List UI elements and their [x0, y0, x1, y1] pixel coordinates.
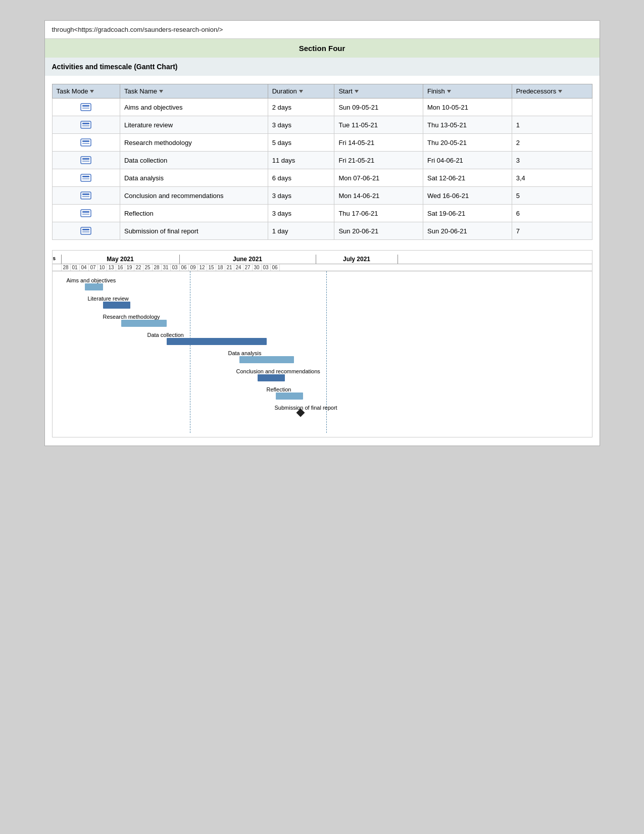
task-mode-cell: [52, 169, 120, 187]
task-name-cell: Aims and objectives: [120, 99, 268, 116]
task-pred-cell: 1: [512, 116, 592, 134]
table-row: Research methodology5 daysFri 14-05-21Th…: [52, 134, 592, 152]
task-name-cell: Data analysis: [120, 169, 268, 187]
gantt-task-label: Submission of final report: [275, 405, 337, 411]
table-row: Data collection11 daysFri 21-05-21Fri 04…: [52, 152, 592, 169]
task-start-cell: Mon 14-06-21: [334, 187, 423, 205]
sort-arrow-mode: [90, 90, 94, 93]
svg-rect-12: [81, 174, 91, 181]
table-row: Literature review3 daysTue 11-05-21Thu 1…: [52, 116, 592, 134]
th-predecessors[interactable]: Predecessors: [512, 84, 592, 99]
gantt-bar-row: Reflection: [53, 385, 592, 404]
section-header: Section Four: [45, 39, 600, 58]
task-pred-cell: [512, 99, 592, 116]
task-duration-cell: 5 days: [268, 134, 334, 152]
th-duration[interactable]: Duration: [268, 84, 334, 99]
th-task-mode[interactable]: Task Mode: [52, 84, 120, 99]
task-mode-cell: [52, 134, 120, 152]
task-finish-cell: Wed 16-06-21: [423, 187, 512, 205]
sort-arrow-pred: [558, 90, 562, 93]
gantt-day-label: 06: [180, 264, 189, 271]
task-finish-cell: Thu 13-05-21: [423, 116, 512, 134]
gantt-day-label: 03: [171, 264, 180, 271]
gantt-day-label: 01: [71, 264, 80, 271]
task-pred-cell: 3: [512, 152, 592, 169]
table-row: Conclusion and recommendations3 daysMon …: [52, 187, 592, 205]
task-mode-cell: [52, 205, 120, 222]
task-duration-cell: 6 days: [268, 169, 334, 187]
gantt-month-june: June 2021: [180, 255, 316, 264]
gantt-day-label: 15: [207, 264, 216, 271]
task-duration-cell: 2 days: [268, 99, 334, 116]
svg-rect-4: [82, 123, 89, 124]
gantt-table: Task Mode Task Name Duration: [52, 84, 592, 240]
gantt-bars-area: Aims and objectivesLiterature reviewRese…: [53, 271, 592, 433]
gantt-day-label: 12: [198, 264, 207, 271]
gantt-bar: [239, 356, 294, 363]
gantt-month-july: July 2021: [316, 255, 398, 264]
gantt-day-label: 13: [107, 264, 116, 271]
task-finish-cell: Sat 19-06-21: [423, 205, 512, 222]
gantt-task-label: Aims and objectives: [67, 277, 116, 283]
gantt-task-label: Data analysis: [228, 350, 262, 356]
svg-rect-3: [81, 121, 91, 128]
task-mode-icon: [57, 226, 116, 235]
task-finish-cell: Sat 12-06-21: [423, 169, 512, 187]
task-mode-cell: [52, 187, 120, 205]
gantt-bar: [121, 320, 167, 327]
page: through<https://gradcoach.com/saunders-r…: [44, 20, 600, 446]
gantt-day-label: 09: [189, 264, 198, 271]
task-mode-icon: [57, 173, 116, 182]
th-finish[interactable]: Finish: [423, 84, 512, 99]
gantt-bar: [258, 374, 285, 381]
svg-rect-13: [82, 176, 89, 177]
svg-rect-6: [81, 139, 91, 146]
task-mode-cell: [52, 222, 120, 240]
task-start-cell: Fri 14-05-21: [334, 134, 423, 152]
task-name-cell: Literature review: [120, 116, 268, 134]
task-duration-cell: 3 days: [268, 116, 334, 134]
gantt-bar-row: Research methodology: [53, 313, 592, 331]
task-finish-cell: Sun 20-06-21: [423, 222, 512, 240]
gantt-task-label: Literature review: [88, 296, 129, 302]
task-mode-cell: [52, 152, 120, 169]
task-mode-icon: [57, 138, 116, 147]
content-area: Task Mode Task Name Duration: [45, 76, 600, 446]
gantt-day-label: 04: [80, 264, 89, 271]
task-duration-cell: 3 days: [268, 205, 334, 222]
task-mode-icon: [57, 209, 116, 218]
task-start-cell: Sun 20-06-21: [334, 222, 423, 240]
task-duration-cell: 1 day: [268, 222, 334, 240]
task-mode-cell: [52, 99, 120, 116]
task-name-cell: Conclusion and recommendations: [120, 187, 268, 205]
task-start-cell: Tue 11-05-21: [334, 116, 423, 134]
svg-rect-22: [82, 229, 89, 230]
gantt-day-label: 30: [253, 264, 262, 271]
task-pred-cell: 7: [512, 222, 592, 240]
gantt-day-label: 21: [225, 264, 234, 271]
gantt-task-label: Reflection: [267, 386, 291, 393]
gantt-day-label: 06: [271, 264, 280, 271]
sort-arrow-name: [159, 90, 163, 93]
task-pred-cell: 2: [512, 134, 592, 152]
gantt-month-may: May 2021: [62, 255, 180, 264]
task-duration-cell: 3 days: [268, 187, 334, 205]
sort-arrow-finish: [447, 90, 451, 93]
gantt-bar-row: Literature review: [53, 295, 592, 313]
table-row: Submission of final report1 daySun 20-06…: [52, 222, 592, 240]
gantt-day-label: 22: [134, 264, 143, 271]
th-start[interactable]: Start: [334, 84, 423, 99]
task-finish-cell: Mon 10-05-21: [423, 99, 512, 116]
gantt-day-label: 07: [89, 264, 98, 271]
task-name-cell: Submission of final report: [120, 222, 268, 240]
gantt-day-label: 24: [234, 264, 243, 271]
gantt-bar-row: Data collection: [53, 331, 592, 349]
gantt-bar: [276, 393, 303, 400]
task-start-cell: Thu 17-06-21: [334, 205, 423, 222]
th-task-name[interactable]: Task Name: [120, 84, 268, 99]
gantt-day-label: 16: [116, 264, 125, 271]
gantt-day-label: 19: [125, 264, 134, 271]
svg-rect-15: [81, 192, 91, 199]
svg-rect-10: [82, 158, 89, 160]
gantt-day-label: 03: [262, 264, 271, 271]
